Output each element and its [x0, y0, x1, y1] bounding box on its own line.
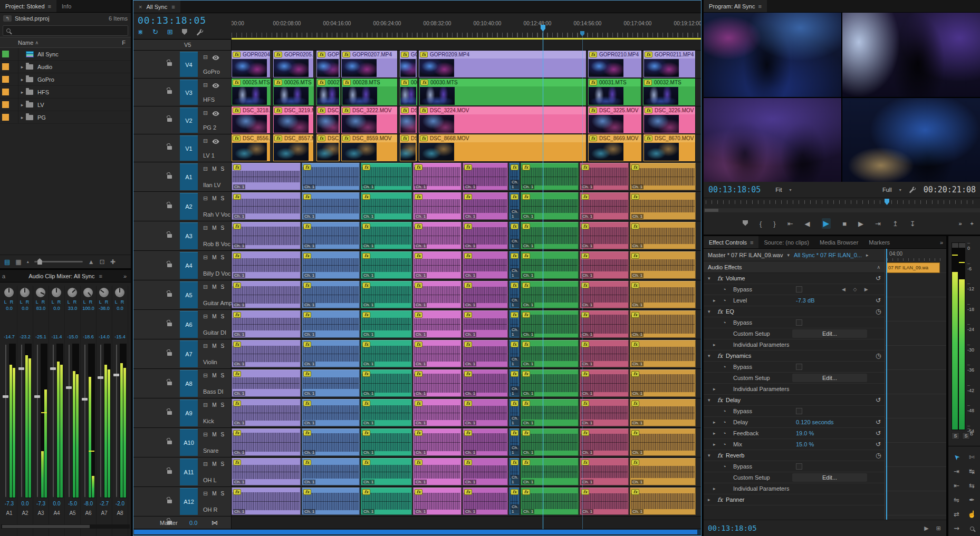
multicam-toggle-icon[interactable]: ⊞: [167, 28, 173, 36]
collapse-icon[interactable]: ∧: [877, 265, 880, 270]
fx-badge[interactable]: fx: [303, 253, 311, 259]
fx-badge[interactable]: fx: [233, 135, 241, 141]
pan-value[interactable]: 0.0: [49, 306, 64, 311]
fx-badge[interactable]: fx: [420, 52, 428, 57]
fx-badge[interactable]: fx: [318, 135, 325, 141]
rolling-edit-tool[interactable]: ⇆: [966, 479, 978, 492]
track-lane-v2[interactable]: fxDSC_3218.MOVfxDSC_3219.MOVfxDSC_3220.M…: [232, 106, 701, 134]
track-select-v2[interactable]: V2: [180, 108, 198, 133]
fx-badge[interactable]: fx: [318, 108, 325, 113]
fader-track[interactable]: [69, 345, 70, 497]
track-select-a4[interactable]: A4: [180, 252, 198, 279]
fx-badge[interactable]: fx: [645, 135, 652, 141]
track-select-a12[interactable]: A12: [180, 488, 198, 515]
track-lane-a7[interactable]: fxCh. 1fxCh. 1fxCh. 1fxCh. 1fxCh. 1fxCh.…: [232, 339, 701, 368]
volume-value[interactable]: 0.0: [49, 501, 64, 506]
fx-badge[interactable]: fx: [464, 371, 472, 377]
source-patch-icon[interactable]: ⊟: [203, 431, 208, 438]
fx-badge[interactable]: fx: [522, 342, 530, 347]
audio-clip[interactable]: fxCh. 1: [413, 369, 462, 397]
audio-clip[interactable]: fxCh. 1: [232, 251, 301, 279]
toggle-effect-icon[interactable]: ◷: [876, 352, 881, 359]
fx-badge[interactable]: fx: [303, 282, 311, 288]
fx-badge[interactable]: fx: [415, 164, 422, 170]
audio-clip[interactable]: fxCh. 1: [630, 369, 696, 397]
fx-badge[interactable]: fx: [233, 371, 241, 377]
linked-selection-icon[interactable]: ↻: [152, 28, 158, 36]
fader-handle[interactable]: [82, 398, 88, 401]
effect-row-individual-parameters[interactable]: ▸Individual Parameters: [704, 384, 885, 395]
audio-clip[interactable]: fxCh. 1: [463, 428, 508, 456]
audio-clip[interactable]: fxCh. 1: [413, 192, 462, 220]
project-item-audio[interactable]: ▸Audio: [0, 61, 131, 73]
audio-clip[interactable]: fxCh. 1: [463, 163, 508, 190]
fx-badge[interactable]: fx: [303, 342, 311, 347]
fx-badge[interactable]: fx: [342, 135, 350, 141]
fx-badge[interactable]: fx: [522, 282, 530, 288]
track-select-a6[interactable]: A6: [180, 311, 198, 338]
audio-clip[interactable]: fxCh. 1: [302, 251, 360, 279]
source-patch-icon[interactable]: ⊟: [203, 372, 208, 379]
fx-badge[interactable]: fx: [631, 164, 639, 170]
effect-row-panner[interactable]: ▸fxPanner: [704, 494, 885, 505]
mini-timeline-clip[interactable]: 07 RF ILAN_09.wa: [887, 262, 940, 273]
param-disclosure-icon[interactable]: ▸: [713, 486, 716, 491]
toggle-track-output-icon[interactable]: [212, 83, 219, 87]
mute-button[interactable]: M: [212, 491, 216, 496]
clip[interactable]: fxDSC_8557.MOV: [273, 134, 314, 161]
mute-button[interactable]: M: [212, 402, 216, 408]
audio-clip[interactable]: fxCh. 1: [521, 428, 579, 456]
param-value[interactable]: 15.0 %: [796, 441, 814, 447]
track-header-a1[interactable]: A1⊟MSIlan LV: [133, 162, 232, 191]
fx-badge[interactable]: fx: [522, 401, 530, 406]
pan-value[interactable]: 83.0: [33, 306, 49, 311]
lift-button[interactable]: ↥: [892, 220, 898, 228]
audio-clip[interactable]: fxCh. 1: [521, 488, 579, 515]
track-lane-master[interactable]: [232, 516, 701, 529]
source-patch-icon[interactable]: ⊟: [203, 490, 208, 497]
volume-value[interactable]: 0.0: [17, 501, 33, 506]
fx-badge[interactable]: fx: [362, 223, 370, 229]
pan-knob[interactable]: [99, 288, 109, 297]
audio-clip[interactable]: fxCh. 1: [580, 281, 629, 308]
fx-badge[interactable]: fx: [233, 223, 241, 229]
solo-button[interactable]: S: [221, 343, 225, 349]
label-swatch[interactable]: [2, 51, 9, 57]
volume-value[interactable]: -2.7: [97, 501, 112, 506]
effect-row-mix[interactable]: ▸◔Mix15.0 %↺: [704, 439, 885, 450]
list-view-icon[interactable]: ▤: [4, 258, 10, 266]
edit-button[interactable]: Edit...: [792, 473, 867, 482]
pan-value[interactable]: -38.0: [97, 306, 112, 311]
fx-badge[interactable]: fx: [401, 52, 409, 57]
clip[interactable]: fxDSC_3223.MOV: [400, 106, 417, 133]
fx-badge[interactable]: fx: [233, 401, 241, 406]
fx-badge[interactable]: fx: [415, 342, 422, 347]
audio-clip[interactable]: fxCh. 1: [630, 310, 696, 338]
fx-badge[interactable]: fx: [511, 223, 518, 229]
audio-clip[interactable]: fxCh. 1: [580, 222, 629, 249]
clip[interactable]: fxDSC_3225.MOV: [588, 106, 642, 133]
selection-tool[interactable]: ➤: [950, 451, 963, 464]
audio-clip[interactable]: fxCh. 1: [580, 399, 629, 426]
track-header-a7[interactable]: A7⊟MSViolin: [133, 339, 232, 368]
label-swatch[interactable]: [2, 76, 9, 83]
clip[interactable]: fxDSC_3222.MOV: [341, 106, 398, 133]
source-patch-icon[interactable]: ⊟: [203, 254, 208, 261]
fx-badge[interactable]: fx: [303, 401, 311, 406]
fx-badge[interactable]: fx: [233, 80, 241, 85]
solo-button[interactable]: S: [221, 255, 225, 260]
panel-menu-icon[interactable]: ≡: [99, 273, 102, 279]
project-item-gopro[interactable]: ▸GoPro: [0, 73, 131, 86]
track-header-a6[interactable]: A6⊟MSGuitar DI: [133, 310, 232, 339]
effect-mini-timeline[interactable]: 04:00 07 RF ILAN_09.wa: [885, 249, 946, 520]
fx-badge[interactable]: fx: [420, 108, 428, 113]
toggle-track-output-icon[interactable]: [212, 111, 219, 115]
mute-button[interactable]: M: [212, 373, 216, 378]
mute-button[interactable]: M: [212, 314, 216, 319]
audio-clip[interactable]: fxCh. 1: [509, 192, 520, 220]
param-disclosure-icon[interactable]: ▸: [713, 386, 716, 392]
fx-badge[interactable]: fx: [342, 52, 350, 57]
fx-badge[interactable]: fx: [303, 194, 311, 200]
lock-icon[interactable]: [167, 352, 172, 356]
param-disclosure-icon[interactable]: ▸: [713, 442, 716, 447]
